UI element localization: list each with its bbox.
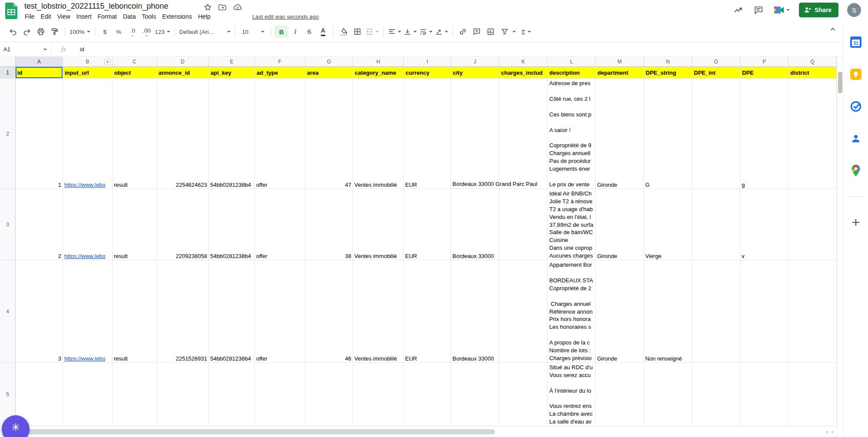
format-currency-button[interactable]: $ [98,26,112,38]
cell-Q5[interactable] [789,363,837,426]
cell-Q3[interactable] [789,189,837,260]
cell-C3[interactable]: result [112,189,157,260]
zoom-select[interactable]: 100% [68,26,92,38]
cell-G4[interactable]: 46 [305,260,353,362]
account-avatar[interactable]: S [847,3,861,17]
strikethrough-button[interactable]: S [302,26,316,38]
cell-I2[interactable]: EUR [404,79,451,189]
cell-E1[interactable]: api_key [209,67,255,78]
cell-K1[interactable]: charges_includ [499,67,548,78]
cell-O4[interactable] [692,260,740,362]
column-header-C[interactable]: C [112,57,157,66]
cell-O2[interactable] [692,79,740,189]
cell-D4[interactable]: 2251526931 [157,260,209,362]
cell-H4[interactable]: Ventes immobiliè [353,260,404,362]
cell-H3[interactable]: Ventes immobiliè [353,189,404,260]
sheets-logo-icon[interactable] [5,3,17,19]
comment-history-icon[interactable] [753,4,764,16]
cell-Q2[interactable] [789,79,837,189]
cell-L1[interactable]: description [548,67,596,78]
menu-view[interactable]: View [54,12,73,21]
row-header-3[interactable]: 3 [0,189,16,260]
cell-J4[interactable]: Bordeaux 33000 [451,260,499,362]
cloud-saved-icon[interactable] [233,4,242,10]
column-header-I[interactable]: I [404,57,451,66]
column-header-J[interactable]: J [451,57,499,66]
menu-file[interactable]: File [22,12,38,21]
vertical-scrollbar-thumb[interactable] [838,72,842,93]
document-title[interactable]: test_lobstrio_20221115_leboncoin_phone [24,2,168,11]
column-header-P[interactable]: P [740,57,789,66]
paint-format-button[interactable] [48,26,62,38]
decrease-decimal-button[interactable]: .0← [126,26,140,38]
cell-K4[interactable] [499,260,548,362]
text-wrap-button[interactable] [418,26,434,38]
last-edit-link[interactable]: Last edit was seconds ago [252,13,319,20]
cell-B2[interactable]: https://www.lebo [63,79,112,189]
cell-J3[interactable]: Bordeaux 33000 [451,189,499,260]
column-b-dropdown-icon[interactable]: ▾ [104,59,111,65]
cell-L3[interactable]: Idéal Air BNB/ChJolie T2 à rénoveT2 a us… [548,189,596,260]
cell-H1[interactable]: category_name [353,67,404,78]
cell-P5[interactable] [740,363,789,426]
cell-A5[interactable] [16,363,63,426]
fill-color-button[interactable] [337,26,350,38]
meet-icon[interactable] [773,4,790,16]
text-color-button[interactable]: A [316,26,330,38]
more-formats-button[interactable]: 123 [154,26,172,38]
horizontal-scrollbar[interactable]: ‹ › [0,427,837,437]
cell-A2[interactable]: 1 [16,79,63,189]
select-all-corner[interactable] [0,57,16,66]
trend-icon[interactable] [733,4,744,16]
bold-button[interactable]: B [274,26,288,38]
horizontal-scrollbar-thumb[interactable] [18,429,495,434]
row-header-2[interactable]: 2 [0,79,16,189]
cell-K2[interactable] [499,79,548,189]
cell-F1[interactable]: ad_type [255,67,305,78]
cell-O1[interactable]: DPE_int [692,67,740,78]
cell-C2[interactable]: result [112,79,157,189]
cell-P4[interactable] [740,260,789,362]
cell-F3[interactable]: offer [255,189,305,260]
cell-J5[interactable] [451,363,499,426]
cell-E4[interactable]: 54bb0281238b4 [209,260,255,362]
borders-button[interactable] [350,26,364,38]
hide-menus-icon[interactable] [829,26,836,32]
increase-decimal-button[interactable]: .00→ [140,26,154,38]
print-button[interactable] [34,26,48,38]
cell-Q1[interactable]: district [789,67,837,78]
column-header-G[interactable]: G [305,57,353,66]
column-header-A[interactable]: A [16,57,63,66]
menu-extensions[interactable]: Extensions [159,12,195,21]
column-header-K[interactable]: K [499,57,548,66]
cell-G2[interactable]: 47 [305,79,353,189]
cell-F5[interactable] [255,363,305,426]
column-header-Q[interactable]: Q [789,57,837,66]
cell-C4[interactable]: result [112,260,157,362]
menu-data[interactable]: Data [120,12,139,21]
cell-D1[interactable]: annonce_id [157,67,209,78]
cell-H5[interactable] [353,363,404,426]
merge-cells-button[interactable] [364,26,380,38]
create-filter-button[interactable] [498,26,512,38]
scroll-left-icon[interactable]: ‹ [826,429,828,435]
cell-O5[interactable] [692,363,740,426]
cell-A4[interactable]: 3 [16,260,63,362]
format-percent-button[interactable]: % [112,26,126,38]
cell-I5[interactable] [404,363,451,426]
move-folder-icon[interactable] [218,4,226,11]
insert-comment-button[interactable] [470,26,484,38]
cell-B5[interactable] [63,363,112,426]
cell-M5[interactable] [596,363,644,426]
cell-D3[interactable]: 2209238058 [157,189,209,260]
cell-C1[interactable]: object [112,67,157,78]
cell-N2[interactable]: G [644,79,692,189]
cell-B3[interactable]: https://www.lebo [63,189,112,260]
cell-N3[interactable]: Vierge [644,189,692,260]
font-select[interactable]: Default (Ari... [178,26,232,38]
cell-G3[interactable]: 38 [305,189,353,260]
filter-views-dropdown-icon[interactable] [512,31,516,33]
vertical-align-button[interactable] [403,26,418,38]
text-rotation-button[interactable] [434,26,449,38]
cell-E3[interactable]: 54bb0281238b4 [209,189,255,260]
